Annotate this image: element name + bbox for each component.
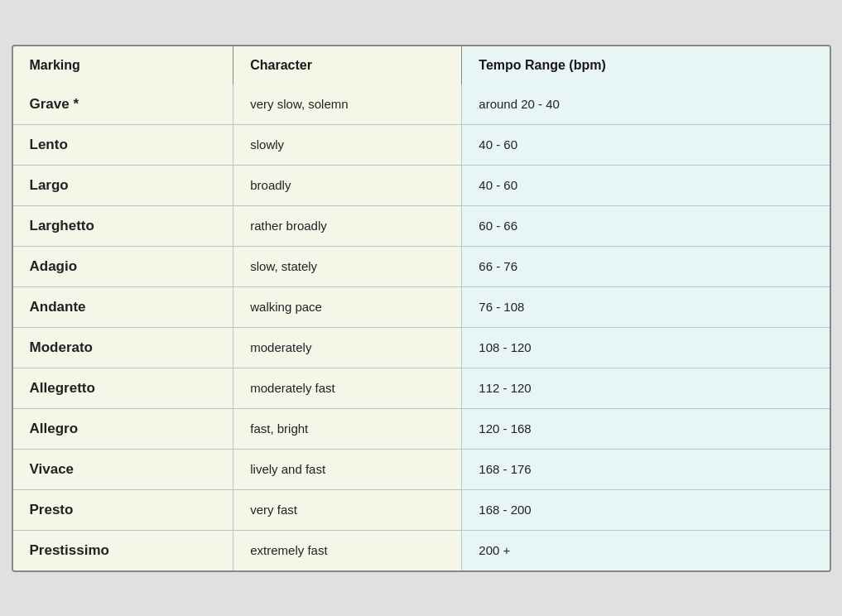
- cell-tempo: 40 - 60: [462, 124, 830, 165]
- marking-label: Vivace: [30, 461, 75, 477]
- cell-character: broadly: [233, 165, 462, 205]
- table-row: Vivacelively and fast168 - 176: [13, 449, 830, 489]
- marking-label: Grave *: [30, 96, 79, 112]
- cell-marking: Allegretto: [13, 368, 233, 408]
- header-marking: Marking: [13, 46, 233, 84]
- table-row: Andantewalking pace76 - 108: [13, 286, 830, 327]
- marking-label: Allegretto: [30, 380, 95, 396]
- cell-character: rather broadly: [233, 205, 462, 246]
- cell-character: slow, stately: [233, 246, 462, 286]
- header-tempo: Tempo Range (bpm): [462, 46, 830, 84]
- table-row: Lentoslowly40 - 60: [13, 124, 830, 165]
- cell-marking: Prestissimo: [13, 530, 233, 570]
- cell-character: walking pace: [233, 286, 462, 327]
- table-row: Prestovery fast168 - 200: [13, 489, 830, 530]
- cell-tempo: 66 - 76: [462, 246, 830, 286]
- table-row: Larghettorather broadly60 - 66: [13, 205, 830, 246]
- cell-tempo: 76 - 108: [462, 286, 830, 327]
- marking-label: Prestissimo: [30, 542, 109, 558]
- cell-character: moderately: [233, 327, 462, 368]
- cell-tempo: 200 +: [462, 530, 830, 570]
- tempo-table: Marking Character Tempo Range (bpm) Grav…: [13, 46, 830, 570]
- marking-label: Andante: [30, 299, 86, 315]
- table-row: Adagioslow, stately66 - 76: [13, 246, 830, 286]
- cell-character: moderately fast: [233, 368, 462, 408]
- marking-label: Presto: [30, 502, 74, 517]
- marking-label: Allegro: [30, 421, 79, 436]
- cell-marking: Adagio: [13, 246, 233, 286]
- cell-tempo: 60 - 66: [462, 205, 830, 246]
- cell-tempo: 168 - 200: [462, 489, 830, 530]
- cell-character: very fast: [233, 489, 462, 530]
- table-row: Moderatomoderately108 - 120: [13, 327, 830, 368]
- cell-tempo: 112 - 120: [462, 368, 830, 408]
- cell-marking: Presto: [13, 489, 233, 530]
- header-character: Character: [233, 46, 462, 84]
- marking-label: Lento: [30, 137, 68, 152]
- cell-marking: Allegro: [13, 408, 233, 449]
- cell-marking: Andante: [13, 286, 233, 327]
- cell-character: extremely fast: [233, 530, 462, 570]
- cell-marking: Grave *: [13, 84, 233, 125]
- cell-marking: Lento: [13, 124, 233, 165]
- cell-character: fast, bright: [233, 408, 462, 449]
- marking-label: Largo: [30, 177, 69, 193]
- cell-character: lively and fast: [233, 449, 462, 489]
- table-row: Allegrettomoderately fast112 - 120: [13, 368, 830, 408]
- marking-label: Larghetto: [30, 218, 94, 233]
- marking-label: Moderato: [30, 339, 94, 355]
- cell-marking: Larghetto: [13, 205, 233, 246]
- cell-tempo: 120 - 168: [462, 408, 830, 449]
- cell-marking: Vivace: [13, 449, 233, 489]
- cell-tempo: around 20 - 40: [462, 84, 830, 125]
- marking-label: Adagio: [30, 258, 78, 274]
- cell-tempo: 40 - 60: [462, 165, 830, 205]
- table-row: Prestissimoextremely fast200 +: [13, 530, 830, 570]
- table-row: Largobroadly40 - 60: [13, 165, 830, 205]
- table-header-row: Marking Character Tempo Range (bpm): [13, 46, 830, 84]
- cell-marking: Moderato: [13, 327, 233, 368]
- cell-tempo: 108 - 120: [462, 327, 830, 368]
- table-row: Allegrofast, bright120 - 168: [13, 408, 830, 449]
- tempo-table-wrapper: Marking Character Tempo Range (bpm) Grav…: [12, 45, 831, 572]
- cell-character: slowly: [233, 124, 462, 165]
- table-row: Grave *very slow, solemnaround 20 - 40: [13, 84, 830, 125]
- cell-character: very slow, solemn: [233, 84, 462, 125]
- cell-marking: Largo: [13, 165, 233, 205]
- cell-tempo: 168 - 176: [462, 449, 830, 489]
